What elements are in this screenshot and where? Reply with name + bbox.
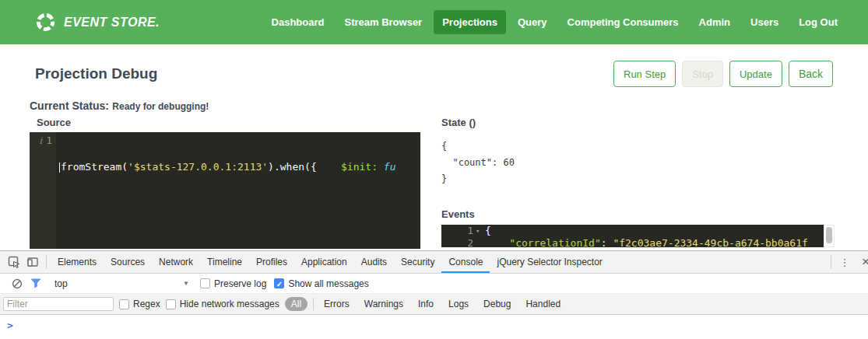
source-code-area[interactable]: fromStream('$stats-127.0.0.1:2113').when… bbox=[56, 132, 420, 249]
brand[interactable]: EVENT STORE. bbox=[35, 12, 160, 33]
device-toolbar-icon[interactable] bbox=[23, 253, 42, 271]
level-errors[interactable]: Errors bbox=[319, 298, 354, 310]
page-header: Projection Debug Run Step Stop Update Ba… bbox=[35, 61, 833, 87]
nav-item-stream-browser[interactable]: Stream Browser bbox=[336, 10, 430, 34]
controls-separator bbox=[831, 255, 831, 269]
events-scrollbar[interactable] bbox=[824, 225, 835, 247]
show-all-messages-checkbox-box[interactable]: ✓ bbox=[274, 278, 284, 288]
tab-audits[interactable]: Audits bbox=[354, 251, 394, 273]
current-status: Current Status: Ready for debugging! bbox=[30, 99, 868, 113]
level-separator bbox=[313, 298, 314, 310]
preserve-log-label: Preserve log bbox=[214, 278, 266, 289]
regex-checkbox-box[interactable] bbox=[119, 299, 129, 309]
nav-item-admin[interactable]: Admin bbox=[691, 10, 739, 34]
nav-item-competing-consumers[interactable]: Competing Consumers bbox=[559, 10, 687, 34]
stop-button: Stop bbox=[682, 61, 723, 87]
page-title: Projection Debug bbox=[35, 65, 157, 82]
level-info[interactable]: Info bbox=[413, 298, 438, 310]
preserve-log-checkbox-box[interactable] bbox=[200, 278, 210, 288]
filter-input[interactable] bbox=[3, 297, 114, 311]
hide-network-messages-label: Hide network messages bbox=[180, 299, 279, 309]
events-panel: 1▾{ 2 "correlationId": "f2c03ae7-2334-49… bbox=[441, 225, 835, 247]
eventstore-logo-icon bbox=[35, 12, 56, 33]
hide-network-messages-checkbox[interactable]: Hide network messages bbox=[166, 299, 279, 309]
events-editor[interactable]: 1▾{ 2 "correlationId": "f2c03ae7-2334-49… bbox=[441, 225, 824, 247]
inspect-element-icon[interactable] bbox=[5, 253, 23, 271]
tab-network[interactable]: Network bbox=[152, 251, 200, 273]
clear-console-icon[interactable] bbox=[8, 275, 26, 292]
regex-label: Regex bbox=[133, 299, 160, 309]
update-button[interactable]: Update bbox=[729, 61, 782, 87]
back-button[interactable]: Back bbox=[789, 61, 833, 87]
regex-checkbox[interactable]: Regex bbox=[119, 299, 160, 309]
state-json: { "count": 60} bbox=[441, 138, 835, 187]
tab-security[interactable]: Security bbox=[394, 251, 441, 273]
tab-sources[interactable]: Sources bbox=[104, 251, 152, 273]
execution-context-value: top bbox=[54, 278, 68, 289]
source-label: Source bbox=[37, 117, 420, 128]
nav-item-projections[interactable]: Projections bbox=[434, 10, 506, 34]
preserve-log-checkbox[interactable]: Preserve log bbox=[200, 278, 266, 289]
hide-network-messages-checkbox-box[interactable] bbox=[166, 299, 176, 309]
tab-jquery-selector-inspector[interactable]: jQuery Selector Inspector bbox=[490, 251, 609, 273]
level-logs[interactable]: Logs bbox=[444, 298, 473, 310]
show-all-messages-checkbox[interactable]: ✓ Show all messages bbox=[274, 278, 368, 289]
close-icon[interactable]: × bbox=[862, 254, 868, 270]
chevron-down-icon: ▼ bbox=[183, 280, 189, 287]
source-editor-gutter: i1 bbox=[30, 132, 56, 249]
toolbar-separator bbox=[46, 255, 47, 269]
run-step-button[interactable]: Run Step bbox=[613, 61, 676, 87]
source-line-number: 1 bbox=[46, 135, 52, 146]
events-line-1: 1▾{ bbox=[441, 225, 824, 237]
state-events-column: State () { "count": 60} Events 1▾{ 2 "co… bbox=[441, 117, 835, 249]
nav-item-dashboard[interactable]: Dashboard bbox=[263, 10, 333, 34]
execution-context-selector[interactable]: top ▼ bbox=[45, 278, 189, 289]
filter-funnel-icon[interactable] bbox=[26, 275, 45, 292]
current-status-value: Ready for debugging! bbox=[112, 101, 209, 112]
show-all-messages-label: Show all messages bbox=[288, 278, 368, 289]
events-line-2: 2 "correlationId": "f2c03ae7-2334-49cb-a… bbox=[441, 237, 824, 247]
console-toolbar: top ▼ Preserve log ✓ Show all messages bbox=[0, 274, 868, 294]
header-buttons: Run Step Stop Update Back bbox=[613, 61, 833, 87]
nav-item-log-out[interactable]: Log Out bbox=[790, 10, 846, 34]
events-label: Events bbox=[441, 208, 835, 220]
debug-columns: Source i1 fromStream('$stats-127.0.0.1:2… bbox=[30, 117, 835, 249]
console-prompt[interactable]: > bbox=[0, 315, 868, 339]
brand-text: EVENT STORE. bbox=[64, 16, 160, 30]
tab-timeline[interactable]: Timeline bbox=[200, 251, 249, 273]
current-status-label: Current Status: bbox=[30, 100, 109, 112]
events-scrollbar-thumb[interactable] bbox=[826, 227, 832, 243]
devtools-panel: Elements Sources Network Timeline Profil… bbox=[0, 250, 868, 339]
source-column: Source i1 fromStream('$stats-127.0.0.1:2… bbox=[30, 117, 420, 249]
devtools-window-controls: ⋮ × bbox=[827, 253, 865, 271]
text-cursor bbox=[59, 163, 60, 173]
state-label: State () bbox=[441, 117, 835, 128]
level-debug[interactable]: Debug bbox=[479, 298, 515, 310]
level-handled[interactable]: Handled bbox=[521, 298, 565, 310]
source-code-line: fromStream('$stats-127.0.0.1:2113').when… bbox=[59, 160, 420, 173]
prompt-chevron-icon: > bbox=[7, 320, 13, 339]
fold-arrow-icon[interactable]: ▾ bbox=[476, 225, 485, 237]
kebab-menu-icon[interactable]: ⋮ bbox=[835, 253, 854, 271]
fold-spacer bbox=[476, 237, 485, 247]
tab-elements[interactable]: Elements bbox=[51, 251, 104, 273]
top-navbar: EVENT STORE. Dashboard Stream Browser Pr… bbox=[0, 0, 868, 44]
tab-console[interactable]: Console bbox=[441, 251, 490, 273]
info-annotation-icon: i bbox=[39, 135, 42, 146]
console-filter-bar: Regex Hide network messages All Errors W… bbox=[0, 294, 868, 315]
source-editor[interactable]: i1 fromStream('$stats-127.0.0.1:2113').w… bbox=[30, 132, 420, 249]
nav-item-query[interactable]: Query bbox=[509, 10, 556, 34]
nav-item-users[interactable]: Users bbox=[742, 10, 787, 34]
tab-application[interactable]: Application bbox=[294, 251, 354, 273]
nav-items: Dashboard Stream Browser Projections Que… bbox=[263, 10, 846, 34]
devtools-tab-bar: Elements Sources Network Timeline Profil… bbox=[0, 251, 868, 274]
level-warnings[interactable]: Warnings bbox=[360, 298, 408, 310]
level-all[interactable]: All bbox=[285, 297, 307, 311]
tab-profiles[interactable]: Profiles bbox=[249, 251, 294, 273]
